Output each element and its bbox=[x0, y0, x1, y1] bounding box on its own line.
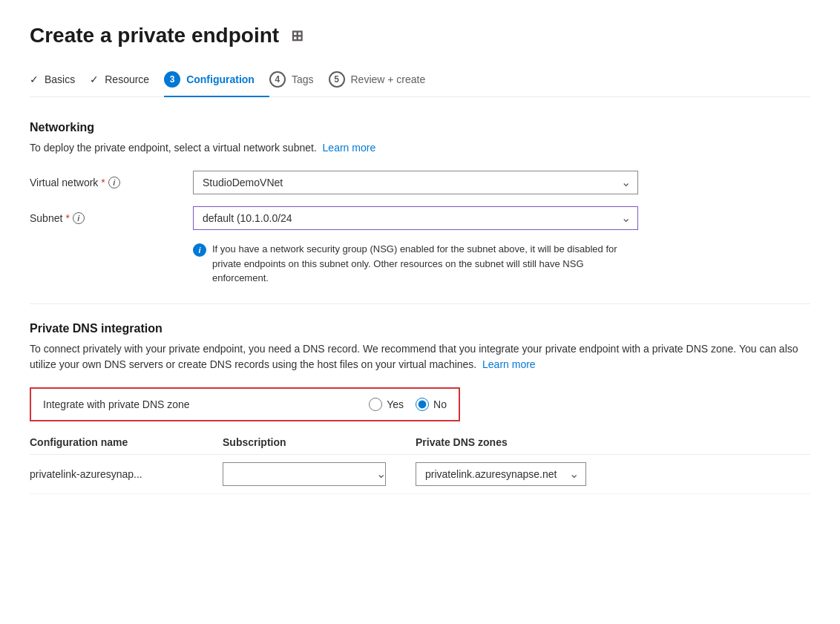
dns-description: To connect privately with your private e… bbox=[30, 341, 810, 372]
col-dns-zones: Private DNS zones bbox=[416, 436, 810, 448]
dns-title: Private DNS integration bbox=[30, 322, 810, 335]
dns-yes-radio[interactable] bbox=[369, 398, 382, 411]
table-row: privatelink-azuresynap... privatelink.az… bbox=[30, 455, 810, 494]
row-config-name: privatelink-azuresynap... bbox=[30, 468, 223, 480]
col-subscription: Subscription bbox=[223, 436, 416, 448]
print-icon[interactable]: ⊞ bbox=[291, 27, 303, 45]
virtual-network-required: * bbox=[101, 177, 105, 188]
dns-yes-label: Yes bbox=[387, 398, 404, 410]
dns-no-label: No bbox=[433, 398, 447, 410]
step-basics[interactable]: ✓ Basics bbox=[30, 73, 90, 94]
dns-no-radio[interactable] bbox=[416, 398, 429, 411]
subnet-label: Subnet * i bbox=[30, 206, 193, 224]
virtual-network-row: Virtual network * i StudioDemoVNet bbox=[30, 171, 810, 194]
networking-section: Networking To deploy the private endpoin… bbox=[30, 121, 810, 286]
col-config-name: Configuration name bbox=[30, 436, 223, 448]
dns-table-header: Configuration name Subscription Private … bbox=[30, 436, 810, 455]
subscription-select[interactable] bbox=[223, 462, 386, 486]
step-basics-label: Basics bbox=[45, 73, 75, 85]
virtual-network-info-icon[interactable]: i bbox=[108, 177, 120, 188]
networking-learn-more[interactable]: Learn more bbox=[323, 142, 376, 154]
nsg-info-box: i If you have a network security group (… bbox=[193, 242, 638, 286]
step-configuration[interactable]: 3 Configuration bbox=[164, 71, 269, 96]
networking-description: To deploy the private endpoint, select a… bbox=[30, 140, 810, 156]
virtual-network-label: Virtual network * i bbox=[30, 171, 193, 188]
nsg-info-icon: i bbox=[193, 243, 206, 257]
dns-zone-select-wrapper: privatelink.azuresynapse.net bbox=[416, 462, 586, 486]
subnet-select[interactable]: default (10.1.0.0/24 bbox=[193, 206, 638, 230]
step-tags[interactable]: 4 Tags bbox=[269, 71, 329, 96]
step-resource-label: Resource bbox=[105, 73, 149, 85]
nsg-info-text: If you have a network security group (NS… bbox=[212, 242, 638, 286]
subnet-row: Subnet * i default (10.1.0.0/24 bbox=[30, 206, 810, 230]
step-review-circle: 5 bbox=[329, 71, 345, 88]
dns-learn-more[interactable]: Learn more bbox=[482, 358, 536, 370]
step-configuration-circle: 3 bbox=[164, 71, 180, 88]
dns-zone-select[interactable]: privatelink.azuresynapse.net bbox=[416, 462, 586, 486]
dns-integration-box: Integrate with private DNS zone Yes No bbox=[30, 387, 460, 421]
wizard-steps: ✓ Basics ✓ Resource 3 Configuration 4 Ta… bbox=[30, 71, 810, 97]
subscription-select-wrapper bbox=[223, 462, 393, 486]
step-configuration-label: Configuration bbox=[186, 73, 255, 85]
virtual-network-control: StudioDemoVNet bbox=[193, 171, 638, 194]
step-tags-label: Tags bbox=[292, 73, 314, 85]
step-review-label: Review + create bbox=[351, 73, 426, 85]
dns-section: Private DNS integration To connect priva… bbox=[30, 322, 810, 494]
dns-table: Configuration name Subscription Private … bbox=[30, 436, 810, 494]
step-review[interactable]: 5 Review + create bbox=[329, 71, 441, 96]
dns-no-option[interactable]: No bbox=[416, 398, 447, 411]
page-title: Create a private endpoint bbox=[30, 24, 279, 47]
subnet-select-wrapper: default (10.1.0.0/24 bbox=[193, 206, 638, 230]
subnet-required: * bbox=[65, 212, 69, 224]
dns-radio-group: Yes No bbox=[369, 398, 447, 411]
networking-title: Networking bbox=[30, 121, 810, 134]
step-basics-check: ✓ bbox=[30, 73, 39, 85]
dns-integrate-label: Integrate with private DNS zone bbox=[43, 398, 345, 410]
row-subscription bbox=[223, 462, 416, 486]
page-header: Create a private endpoint ⊞ bbox=[30, 24, 810, 47]
subnet-control: default (10.1.0.0/24 bbox=[193, 206, 638, 230]
step-resource[interactable]: ✓ Resource bbox=[90, 73, 164, 94]
virtual-network-select-wrapper: StudioDemoVNet bbox=[193, 171, 638, 194]
dns-yes-option[interactable]: Yes bbox=[369, 398, 404, 411]
section-divider bbox=[30, 303, 810, 304]
step-resource-check: ✓ bbox=[90, 73, 99, 85]
step-tags-circle: 4 bbox=[269, 71, 286, 88]
virtual-network-select[interactable]: StudioDemoVNet bbox=[193, 171, 638, 194]
row-dns-zone: privatelink.azuresynapse.net bbox=[416, 462, 810, 486]
subnet-info-icon[interactable]: i bbox=[73, 212, 85, 224]
